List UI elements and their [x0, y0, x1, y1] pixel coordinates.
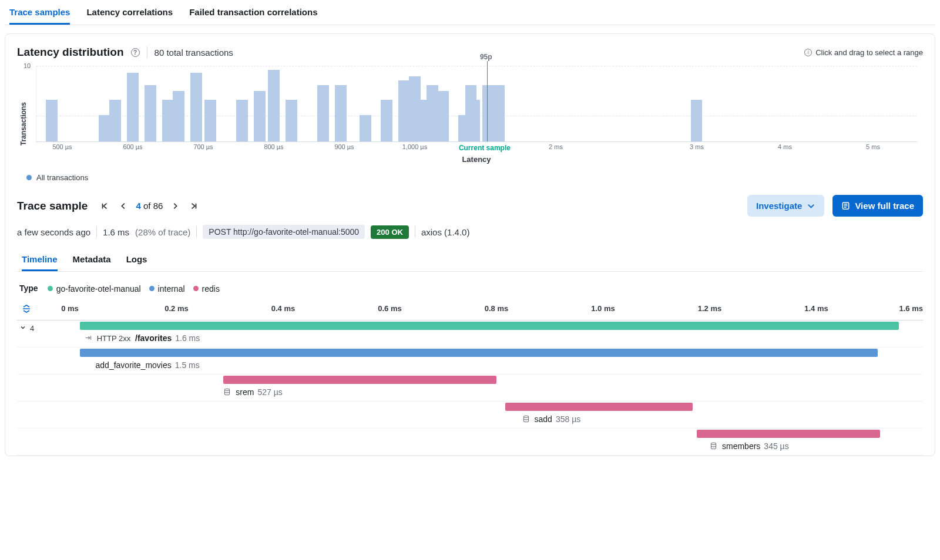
- tab-latency-correlations[interactable]: Latency correlations: [86, 0, 173, 25]
- histogram-bar[interactable]: [335, 85, 346, 141]
- span-duration: 1.5 ms: [175, 360, 200, 370]
- histogram-plot[interactable]: 10 1 95pCurrent sample: [36, 66, 917, 142]
- waterfall-row[interactable]: smembers345 µs: [17, 429, 923, 456]
- histogram-bar[interactable]: [162, 100, 173, 141]
- waterfall-gutter: [17, 429, 70, 455]
- histogram-bar[interactable]: [381, 100, 392, 141]
- histogram-bar[interactable]: [204, 100, 216, 141]
- span-label: HTTP 2xx /favorites1.6 ms: [85, 333, 923, 343]
- span-label: smembers345 µs: [710, 441, 923, 451]
- histogram-bar[interactable]: [145, 85, 156, 141]
- waterfall-row[interactable]: srem527 µs: [17, 375, 923, 402]
- histogram-bar[interactable]: [317, 85, 328, 141]
- waterfall-track: smembers345 µs: [70, 429, 923, 455]
- histogram-bar[interactable]: [494, 85, 505, 141]
- waterfall-row[interactable]: sadd358 µs: [17, 402, 923, 429]
- latency-title: Latency distribution: [17, 46, 124, 59]
- waterfall-tick: 1.0 ms: [591, 304, 615, 313]
- x-tick: 4 ms: [778, 143, 792, 150]
- span-count: 4: [30, 324, 34, 333]
- drag-hint-text: Click and drag to select a range: [815, 48, 923, 57]
- legend-item-label: go-favorite-otel-manual: [56, 284, 141, 294]
- collapse-all-icon[interactable]: [22, 304, 31, 315]
- waterfall-row[interactable]: add_favorite_movies1.5 ms: [17, 348, 923, 375]
- trace-pager: 4 of 86: [98, 200, 200, 212]
- y-tick: 1: [24, 112, 27, 119]
- histogram-bar[interactable]: [412, 100, 424, 141]
- subtab-timeline[interactable]: Timeline: [22, 249, 58, 271]
- p95-label: 95p: [480, 53, 492, 61]
- waterfall-tick: 0.4 ms: [271, 304, 295, 313]
- svg-point-2: [523, 416, 528, 417]
- pager-first-button[interactable]: [98, 200, 111, 212]
- tab-failed-correlations[interactable]: Failed transaction correlations: [189, 0, 317, 25]
- legend-dot-icon: [26, 175, 32, 180]
- y-tick: 10: [24, 62, 31, 69]
- pager-last-button[interactable]: [187, 200, 200, 212]
- waterfall-gutter: [17, 348, 70, 374]
- span-bar[interactable]: [505, 403, 693, 411]
- divider: [147, 46, 147, 58]
- span-bar[interactable]: [697, 430, 880, 438]
- x-tick: 2 ms: [549, 143, 563, 150]
- histogram-bar[interactable]: [236, 100, 247, 141]
- subtab-metadata[interactable]: Metadata: [73, 249, 111, 271]
- histogram-bar[interactable]: [190, 73, 202, 141]
- waterfall-tick: 1.6 ms: [899, 304, 923, 313]
- x-tick: 3 ms: [690, 143, 704, 150]
- histogram-bar[interactable]: [286, 100, 297, 141]
- waterfall-gutter: [17, 402, 70, 428]
- type-legend: Type go-favorite-otel-manualinternalredi…: [19, 284, 921, 294]
- pager-next-button[interactable]: [169, 200, 182, 212]
- histogram[interactable]: Transactions 10 1 95pCurrent sample 500 …: [17, 66, 923, 164]
- waterfall-row[interactable]: 4HTTP 2xx /favorites1.6 ms: [17, 321, 923, 348]
- span-name: add_favorite_movies: [96, 360, 172, 370]
- waterfall-gutter: 4: [17, 321, 70, 347]
- histogram-bar[interactable]: [437, 91, 448, 141]
- span-bar[interactable]: [80, 349, 878, 357]
- tab-trace-samples[interactable]: Trace samples: [9, 0, 70, 25]
- histogram-bar[interactable]: [127, 73, 138, 141]
- waterfall-track: HTTP 2xx /favorites1.6 ms: [70, 321, 923, 347]
- pager-prev-button[interactable]: [117, 200, 130, 212]
- latency-header: Latency distribution ? 80 total transact…: [17, 46, 923, 59]
- span-duration: 1.6 ms: [175, 333, 200, 343]
- database-icon: [223, 388, 231, 397]
- histogram-bar[interactable]: [99, 115, 110, 141]
- histogram-bar[interactable]: [398, 80, 409, 141]
- x-tick: 1,000 µs: [402, 143, 427, 150]
- database-icon: [710, 442, 717, 451]
- x-axis-ticks: 500 µs600 µs700 µs800 µs900 µs1,000 µs2 …: [36, 142, 917, 153]
- help-icon[interactable]: ?: [131, 48, 140, 57]
- histogram-bar[interactable]: [268, 70, 279, 141]
- histogram-bar[interactable]: [173, 91, 184, 141]
- histogram-bar[interactable]: [691, 100, 702, 141]
- view-full-trace-button[interactable]: View full trace: [832, 195, 923, 217]
- waterfall-gutter: [17, 375, 70, 401]
- info-icon: i: [804, 49, 812, 56]
- type-legend-item[interactable]: go-favorite-otel-manual: [48, 284, 141, 294]
- span-duration: 527 µs: [257, 387, 282, 397]
- trace-status: 200 OK: [371, 225, 409, 239]
- histogram-bar[interactable]: [254, 91, 265, 141]
- investigate-button[interactable]: Investigate: [747, 195, 824, 217]
- span-bar[interactable]: [223, 376, 496, 384]
- trace-subtabs: Timeline Metadata Logs: [17, 249, 923, 272]
- p95-marker: [487, 61, 488, 141]
- histogram-bar[interactable]: [482, 85, 494, 141]
- histogram-bar[interactable]: [469, 100, 480, 141]
- span-name: srem: [236, 387, 254, 397]
- histogram-bar[interactable]: [360, 115, 371, 141]
- waterfall-header: 0 ms0.2 ms0.4 ms0.6 ms0.8 ms1.0 ms1.2 ms…: [17, 304, 923, 321]
- legend-item-label: internal: [158, 284, 185, 294]
- span-bar[interactable]: [80, 322, 899, 330]
- legend-all-label: All transactions: [36, 173, 88, 182]
- subtab-logs[interactable]: Logs: [126, 249, 147, 271]
- type-legend-item[interactable]: internal: [149, 284, 185, 294]
- waterfall-tick: 0.6 ms: [378, 304, 401, 313]
- histogram-bar[interactable]: [46, 100, 57, 141]
- type-legend-item[interactable]: redis: [193, 284, 220, 294]
- histogram-bar[interactable]: [109, 100, 120, 141]
- legend-dot-icon: [149, 286, 155, 291]
- chevron-down-icon[interactable]: [19, 324, 26, 333]
